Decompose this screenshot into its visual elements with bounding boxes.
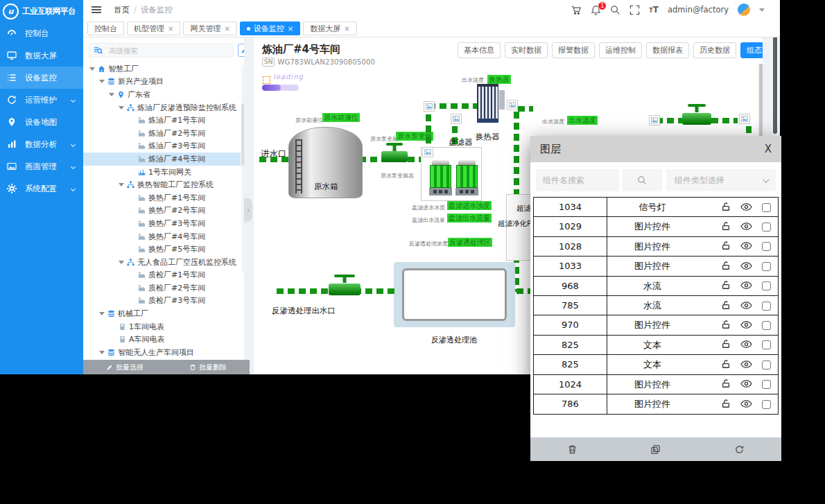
- tree-search[interactable]: [89, 43, 234, 58]
- tree-node-factory[interactable]: 智慧工厂: [83, 62, 241, 76]
- tab-gateway-manage[interactable]: 网关管理 ×: [183, 21, 236, 35]
- search-button[interactable]: [622, 169, 662, 191]
- eye-icon[interactable]: [740, 240, 752, 253]
- tree-scrollbar[interactable]: [241, 65, 244, 273]
- layer-row[interactable]: 785水流: [533, 295, 779, 316]
- tree-node-workshop[interactable]: 质检厂#2号车间: [83, 281, 241, 295]
- tree-node-workshop[interactable]: 换热厂#2号车间: [83, 205, 241, 218]
- component-type-select[interactable]: 组件类型选择: [666, 169, 776, 191]
- tab-model-manage[interactable]: 机型管理 ×: [127, 21, 180, 35]
- sidebar-item-screen-manage[interactable]: 画面管理: [0, 155, 83, 177]
- user-menu-caret-icon[interactable]: [759, 8, 765, 15]
- component-search-input[interactable]: [536, 169, 619, 191]
- font-size-icon[interactable]: TT: [649, 5, 659, 15]
- close-icon[interactable]: X: [765, 143, 772, 155]
- eye-icon[interactable]: [740, 201, 752, 214]
- tank-level-value[interactable]: 原水箱液位: [322, 113, 360, 122]
- layer-checkbox[interactable]: [762, 321, 771, 330]
- filter-canister[interactable]: [455, 160, 478, 195]
- caret-down-icon[interactable]: [119, 261, 124, 267]
- tab-console[interactable]: 控制台: [87, 21, 124, 35]
- tree-search-input[interactable]: [109, 46, 213, 55]
- eye-icon[interactable]: [740, 260, 752, 273]
- layer-checkbox[interactable]: [762, 340, 771, 349]
- unlock-icon[interactable]: [721, 279, 731, 293]
- layer-row[interactable]: 825文本: [533, 354, 779, 375]
- caret-down-icon[interactable]: [109, 93, 114, 99]
- username[interactable]: admin@factory: [668, 5, 729, 15]
- caret-down-icon[interactable]: [119, 183, 124, 189]
- unlock-icon[interactable]: [721, 201, 731, 214]
- sidebar-item-device-monitor[interactable]: 设备监控: [0, 67, 83, 89]
- layer-row[interactable]: 825文本: [533, 335, 779, 356]
- tree-node-system[interactable]: 炼油厂反渗透预除盐控制系统: [83, 101, 241, 114]
- sidebar-item-data-analysis[interactable]: 数据分析: [0, 133, 83, 155]
- delete-layer-button[interactable]: [567, 444, 578, 455]
- copy-layer-button[interactable]: [650, 444, 661, 455]
- eye-icon[interactable]: [740, 299, 752, 313]
- tree-node-workshop[interactable]: 炼油厂#3号车间: [83, 140, 241, 153]
- search-icon[interactable]: [610, 5, 620, 15]
- layer-row[interactable]: 970图片控件: [533, 315, 779, 336]
- layer-row[interactable]: 786图片控件: [533, 394, 779, 415]
- eye-icon[interactable]: [740, 220, 752, 234]
- eye-icon[interactable]: [740, 279, 752, 293]
- ro-area-value[interactable]: 反渗透处理区: [448, 238, 492, 247]
- layer-row[interactable]: 968水流: [533, 276, 779, 297]
- caret-down-icon[interactable]: [89, 67, 95, 73]
- cart-icon[interactable]: [571, 5, 582, 15]
- tab-device-monitor[interactable]: 设备监控 ×: [240, 21, 300, 35]
- tree-node-workshop[interactable]: 换热厂#4号车间: [83, 230, 241, 243]
- eye-icon[interactable]: [740, 319, 752, 332]
- tree-node-workshop-selected[interactable]: 炼油厂#4号车间: [83, 153, 241, 166]
- sidebar-item-operations[interactable]: 运营维护: [0, 89, 83, 111]
- tree-node-project[interactable]: 智能无人生产车间项目: [83, 346, 241, 359]
- unlock-icon[interactable]: [721, 378, 731, 391]
- tree-node-workshop[interactable]: 换热厂#1号车间: [83, 191, 241, 205]
- unlock-icon[interactable]: [721, 319, 731, 332]
- caret-down-icon[interactable]: [99, 351, 105, 357]
- close-icon[interactable]: ×: [288, 25, 293, 33]
- eye-icon[interactable]: [740, 378, 752, 391]
- layer-checkbox[interactable]: [762, 223, 771, 232]
- layer-row[interactable]: 1034信号灯: [533, 197, 779, 218]
- hamburger-icon[interactable]: [92, 6, 101, 13]
- close-icon[interactable]: ×: [344, 25, 349, 33]
- pf-outlet-value[interactable]: 盘滤出水流量: [447, 214, 492, 223]
- tree-node-meter[interactable]: A车间电表: [83, 333, 241, 346]
- eye-icon[interactable]: [740, 398, 752, 411]
- tree-node-workshop[interactable]: 炼油厂#2号车间: [83, 127, 241, 140]
- tab-data-screen[interactable]: 数据大屏 ×: [303, 21, 356, 35]
- bell-icon[interactable]: 1: [591, 5, 601, 15]
- sidebar-item-system-config[interactable]: 系统配置: [0, 177, 83, 200]
- layer-row[interactable]: 1024图片控件: [533, 374, 779, 395]
- eye-icon[interactable]: [740, 358, 752, 372]
- layer-row[interactable]: 1028图片控件: [533, 236, 779, 257]
- tree-node-gateway[interactable]: 1号车间网关: [83, 166, 241, 179]
- tree-node-workshop[interactable]: 换热厂#5号车间: [83, 243, 241, 256]
- tree-node-workshop[interactable]: 质检厂#3号车间: [83, 295, 241, 308]
- refresh-layers-button[interactable]: [734, 444, 745, 455]
- tree-node-system[interactable]: 无人食品工厂空压机监控系统: [83, 256, 241, 269]
- filter-canister[interactable]: [429, 160, 452, 195]
- tree-node-factory[interactable]: 机械工厂: [83, 307, 241, 320]
- layer-checkbox[interactable]: [762, 203, 771, 212]
- layer-checkbox[interactable]: [762, 380, 771, 389]
- batch-select-button[interactable]: 批量选择: [106, 363, 144, 372]
- tree-node-system[interactable]: 换热智能工厂监控系统: [83, 178, 241, 191]
- layer-checkbox[interactable]: [762, 281, 771, 290]
- canvas-scrollbar-thumb[interactable]: [759, 64, 763, 137]
- sidebar-item-console[interactable]: 控制台: [0, 22, 83, 44]
- tree-edit-button[interactable]: [238, 44, 244, 57]
- unlock-icon[interactable]: [721, 220, 731, 234]
- sidebar-item-data-screen[interactable]: 数据大屏: [0, 44, 83, 67]
- fullscreen-icon[interactable]: [629, 5, 640, 15]
- tree-node-workshop[interactable]: 炼油厂#1号车间: [83, 114, 241, 127]
- tree-node-workshop[interactable]: 换热厂#3号车间: [83, 217, 241, 230]
- unlock-icon[interactable]: [721, 338, 731, 351]
- layer-checkbox[interactable]: [762, 262, 771, 271]
- tree-node-project[interactable]: 新兴产业项目: [83, 76, 241, 89]
- valve[interactable]: [381, 143, 408, 162]
- close-icon[interactable]: ×: [224, 25, 229, 33]
- layer-checkbox[interactable]: [762, 242, 771, 251]
